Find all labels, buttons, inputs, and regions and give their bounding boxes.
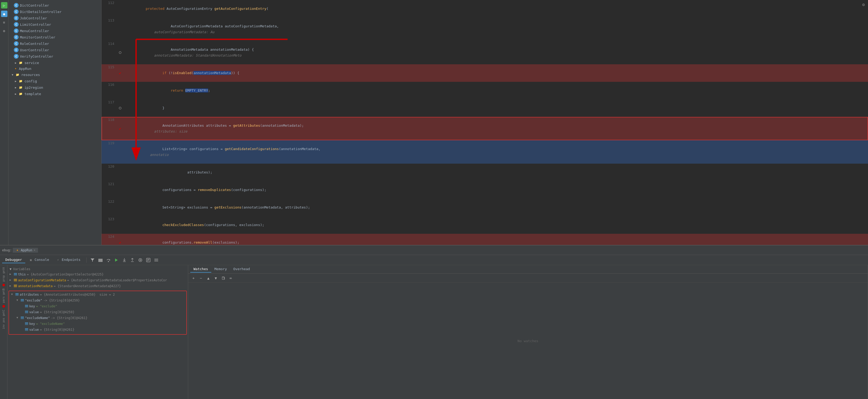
code-line-113: 113 AutoConfigurationMetadata autoConfig…	[101, 18, 868, 41]
expand-arrow: ▶	[14, 86, 18, 89]
file-tree: C DictController C DictDetailController …	[8, 0, 101, 245]
var-row-key-excludename[interactable]: key = "excludeName"	[9, 322, 186, 327]
restore-layout-button[interactable]	[97, 257, 104, 263]
expand-arrow: ▼	[11, 73, 14, 76]
tree-item-resources[interactable]: ▼ 📁 resources	[8, 71, 101, 78]
var-row-excludename[interactable]: ▼ "excludeName" -> {String[0]@4261}	[9, 315, 186, 322]
code-line-120: 120 attributes);	[101, 164, 868, 181]
tree-item-template[interactable]: ▶ 📁 template	[8, 91, 101, 97]
svg-rect-57	[25, 328, 28, 329]
var-value: = "excludeName"	[36, 322, 65, 326]
debug-button[interactable]: ●	[1, 11, 7, 17]
var-row-auto-config-meta[interactable]: ▶ autoConfigurationMetadata = {AutoConfi…	[7, 278, 188, 284]
watches-tab-bar: Watches Memory Overhead	[188, 265, 868, 274]
var-row-attributes[interactable]: ▼ attributes = {AnnotationAttributes@425…	[9, 292, 186, 298]
var-highlighted-section: ▼ attributes = {AnnotationAttributes@425…	[8, 291, 187, 335]
filter-icon[interactable]: ▼	[9, 267, 11, 271]
remove-watch-button[interactable]: −	[198, 275, 204, 281]
c-icon: C	[14, 3, 19, 8]
folder-icon: 📁	[18, 60, 23, 65]
var-row-annotation-meta[interactable]: ▶ annotationMetadata = {StandardAnnotati…	[7, 284, 188, 290]
tab-overhead[interactable]: Overhead	[230, 266, 253, 272]
tab-endpoints[interactable]: ⚡ Endpoints	[54, 257, 84, 263]
tree-item-label: MonitorController	[20, 35, 55, 39]
run-to-cursor-button[interactable]	[137, 257, 144, 263]
tree-item-apprun[interactable]: 🔸 AppRun	[8, 66, 101, 71]
c-icon: C	[14, 16, 19, 21]
menu-button[interactable]: ≡	[1, 19, 7, 26]
step-over-button[interactable]	[105, 257, 112, 263]
play-button[interactable]: ▷	[1, 2, 7, 8]
tree-item-dictdetailcontroller[interactable]: C DictDetailController	[8, 8, 101, 15]
tree-item-config[interactable]: ▶ 📁 config	[8, 78, 101, 84]
resume-button[interactable]	[113, 257, 120, 263]
var-value: = {String[0]@4259}	[40, 310, 74, 314]
var-value: = {StandardAnnotationMetadata@4227}	[54, 284, 121, 288]
expand-icon: ▼	[17, 299, 21, 301]
tab-memory-label: Memory	[215, 267, 227, 271]
equals-icon	[21, 299, 24, 302]
move-down-button[interactable]: ▼	[213, 275, 219, 281]
tree-item-usercontroller[interactable]: C UserController	[8, 47, 101, 53]
code-line-118: 118 ✔ AnnotationAttributes attributes = …	[101, 117, 868, 140]
debug-tab-bar: ebug: 🔸 AppRun × ⚙	[0, 245, 868, 255]
tree-item-service[interactable]: ▶ 📁 service	[8, 60, 101, 66]
var-value: = "exclude"	[36, 304, 57, 308]
code-line-114: 114 AnnotationMetadata annotationMetadat…	[101, 41, 868, 64]
tree-item-jobcontroller[interactable]: C JobController	[8, 15, 101, 21]
breakpoint-indicator	[2, 284, 5, 286]
var-row-key-exclude[interactable]: key = "exclude"	[9, 304, 186, 310]
tree-item-verifycontroller[interactable]: C VerifyController	[8, 53, 101, 60]
add-watch-button[interactable]: +	[190, 275, 197, 281]
equals-icon	[21, 316, 24, 320]
code-line-122: 122 Set<String> exclusions = getExclusio…	[101, 199, 868, 216]
no-watches-text: No watches	[518, 339, 538, 343]
expand-icon	[21, 328, 25, 331]
line-content: List<String> configurations = getCandida…	[123, 140, 868, 164]
svg-rect-38	[14, 287, 17, 287]
tree-item-label: AppRun	[19, 67, 31, 71]
tree-item-rolecontroller[interactable]: C RoleController	[8, 40, 101, 47]
line-number: 115	[101, 64, 118, 82]
tab-memory[interactable]: Memory	[211, 266, 230, 272]
tree-item-menucontroller[interactable]: C MenuController	[8, 28, 101, 34]
tab-watches[interactable]: Watches	[190, 266, 211, 272]
settings-button-left[interactable]: ⚙	[1, 28, 7, 34]
copy-button[interactable]	[220, 275, 226, 281]
line-content: AnnotationMetadata annotationMetadata) {…	[123, 41, 868, 64]
evaluate-button[interactable]	[145, 257, 152, 263]
var-row-value-exclude[interactable]: value = {String[0]@4259}	[9, 310, 186, 315]
tab-debugger[interactable]: Debugger	[2, 257, 25, 263]
var-value: = {AutoConfigurationImportSelector@4225}	[27, 272, 104, 276]
tree-item-monitorcontroller[interactable]: C MonitorController	[8, 34, 101, 40]
tab-console[interactable]: ▣ Console	[27, 257, 52, 263]
infinity-button[interactable]: ∞	[227, 275, 234, 281]
filter-button[interactable]	[89, 257, 96, 263]
var-row-exclude[interactable]: ▼ "exclude" -> {String[0]@4259}	[9, 298, 186, 304]
var-value: = {AutoConfigurationMetadataLoader$Prope…	[67, 278, 167, 282]
svg-rect-52	[21, 318, 24, 318]
tree-item-ip2region[interactable]: ▶ 📁 ip2region	[8, 84, 101, 91]
line-number: 116	[101, 82, 118, 99]
equals-icon	[25, 328, 28, 332]
code-line-116: 116 return EMPTY_ENTRY;	[101, 82, 868, 99]
step-out-button[interactable]	[129, 257, 135, 263]
close-session-button[interactable]: ×	[33, 248, 35, 252]
expand-icon: ▶	[9, 272, 14, 275]
variables-header: ▼ Variables	[7, 266, 188, 272]
svg-rect-54	[25, 323, 28, 323]
var-row-value-excludename[interactable]: value = {String[0]@4261}	[9, 327, 186, 333]
move-up-button[interactable]: ▲	[205, 275, 212, 281]
equals-icon	[25, 322, 28, 326]
step-into-button[interactable]	[121, 257, 128, 263]
line-number: 121	[101, 181, 118, 199]
debug-label: ebug:	[2, 248, 12, 252]
tree-item-limitcontroller[interactable]: C LimitController	[8, 21, 101, 28]
c-icon: C	[14, 9, 19, 14]
var-row-this[interactable]: ▶ this = {AutoConfigurationImportSelecto…	[7, 272, 188, 278]
more-button[interactable]	[153, 257, 159, 263]
debug-session-tab[interactable]: 🔸 AppRun ×	[13, 248, 38, 253]
tree-item-dictcontroller[interactable]: C DictController	[8, 2, 101, 8]
tree-item-label: config	[25, 79, 37, 83]
gear-icon[interactable]: ⚙	[862, 2, 865, 7]
